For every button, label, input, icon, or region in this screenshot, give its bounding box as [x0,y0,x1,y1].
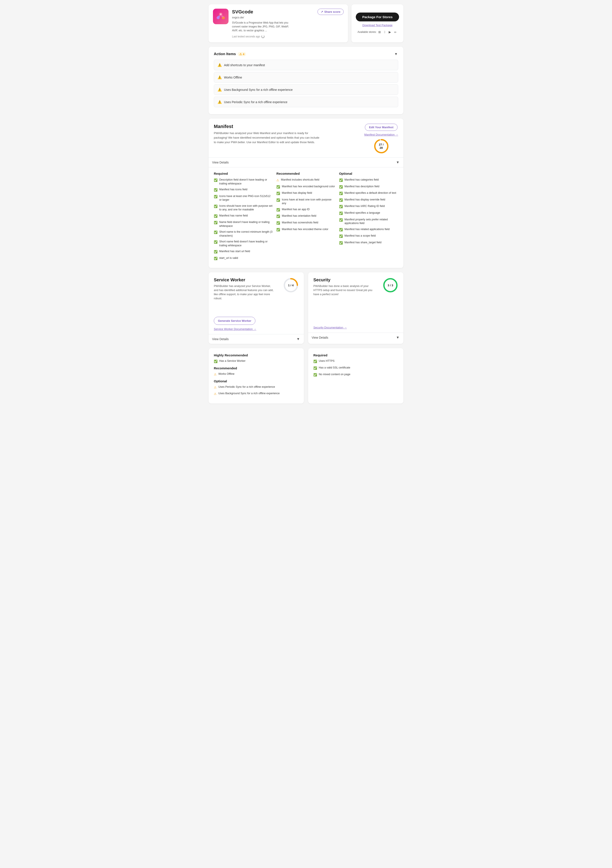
check-icon: ✅ [339,234,343,239]
security-view-details-label: View Details [312,336,328,339]
app-name: SVGcode [232,9,253,15]
sw-details-chevron[interactable]: ▼ [296,337,300,341]
warn-icon: ⚠ [214,392,217,396]
check-icon: ✅ [339,205,343,209]
manifest-card: Manifest PWABuilder has analyzed your We… [209,118,403,268]
download-test-link[interactable]: Download Test Package [362,23,392,27]
detail-item: ✅Manifest has categories field [339,178,398,183]
check-icon: ✅ [276,228,280,232]
security-detail-card: Required ✅Uses HTTPS ✅Has a valid SSL ce… [308,348,403,403]
optional-col: Optional ✅Manifest has categories field … [339,172,398,263]
security-score-circle: 3 / 3 [383,277,398,293]
detail-item: ⚠Uses Background Sync for a rich offline… [214,392,299,396]
detail-item: ✅Manifest has hex encoded theme color [276,228,336,232]
detail-item: ✅Manifest has orientation field [276,214,336,219]
package-for-stores-button[interactable]: Package For Stores [356,12,399,22]
action-items-list: ⚠️ Add shortcuts to your manifest ⚠️ Wor… [214,60,398,107]
app-description: SVGcode is a Progressive Web App that le… [232,21,293,33]
action-item: ⚠️ Uses Background Sync for a rich offli… [214,84,398,95]
detail-item: ✅Manifest has an app ID [276,208,336,212]
detail-item: ✅Manifest has share_target field [339,241,398,245]
sw-info: Service Worker PWABuilder has analyzed y… [214,277,274,301]
detail-item: ✅Manifest specifies a default direction … [339,191,398,196]
manifest-details-grid: Required ✅Description field doesn't have… [214,172,398,263]
apple-store-icon:  [383,30,387,34]
detail-item: ✅No mixed content on page [313,373,398,377]
security-documentation-link[interactable]: Security Documentation → [313,326,347,329]
detail-item: ✅Manifest has IARC Rating ID field [339,205,398,209]
sw-view-details-bar[interactable]: View Details ▼ [209,334,304,344]
security-info: Security PWABuilder has done a basic ana… [313,277,374,296]
check-icon: ✅ [313,360,317,364]
security-score-text: 3 / 3 [388,284,393,287]
sw-recommended-title: Recommended [214,366,299,370]
check-icon: ✅ [214,214,217,219]
check-icon: ✅ [313,366,317,370]
check-icon: ✅ [214,230,217,235]
check-icon: ✅ [339,178,343,183]
detail-item: ✅Manifest has hex encoded background col… [276,184,336,189]
check-icon: ✅ [276,208,280,212]
warn-icon: ⚠ [276,178,279,183]
security-details-chevron[interactable]: ▼ [396,335,400,340]
warning-icon: ⚠️ [217,75,222,79]
optional-title: Optional [339,172,398,175]
manifest-score-text: 27 / 28 [377,143,385,149]
manifest-info: Manifest PWABuilder has analyzed your We… [214,124,322,144]
check-icon: ✅ [339,211,343,215]
app-info-card: SVGcode ↗ Share score svgco.de/ SVGcode … [209,4,348,42]
check-icon: ✅ [214,188,217,192]
detail-item: ⚠Uses Periodic Sync for a rich offline e… [214,385,299,390]
check-icon: ✅ [214,178,217,183]
check-icon: ✅ [339,228,343,232]
generate-service-worker-button[interactable]: Generate Service Worker [214,317,255,325]
sw-optional-title: Optional [214,379,299,383]
android-store-icon: ▶ [388,30,392,34]
share-icon: ↗ [321,10,323,13]
security-view-details-bar[interactable]: View Details ▼ [308,333,403,342]
share-score-button[interactable]: ↗ Share score [317,9,344,15]
check-icon: ✅ [339,218,343,222]
app-details: SVGcode ↗ Share score svgco.de/ SVGcode … [232,9,344,38]
action-items-title: Action Items [214,52,236,56]
warning-icon: ⚠️ [217,100,222,104]
last-tested: Last tested seconds ago [232,35,344,38]
manifest-right: Edit Your Manifest Manifest Documentatio… [364,124,398,154]
detail-item: ✅Has a Service Worker [214,359,299,364]
bottom-sections-row: Service Worker PWABuilder has analyzed y… [209,272,403,344]
app-icon [213,9,228,24]
detail-item: ✅Has a valid SSL certificate [313,366,398,370]
recommended-title: Recommended [276,172,336,175]
detail-item: ✅Manifest has start url field [214,250,273,254]
manifest-details-chevron[interactable]: ▼ [396,160,400,164]
svg-point-3 [220,13,222,15]
detail-item: ✅Manifest specifies a language [339,211,398,215]
edit-manifest-button[interactable]: Edit Your Manifest [365,124,398,131]
manifest-documentation-link[interactable]: Manifest Documentation → [364,133,398,136]
refresh-icon[interactable] [261,35,264,38]
windows-store-icon: ⊞ [377,30,382,34]
sw-view-details-label: View Details [212,337,229,341]
detail-item: ✅Manifest has screenshots field [276,221,336,225]
meta-store-icon: ∞ [393,30,397,34]
detail-item: ✅Icons have at least one icon with purpo… [276,198,336,205]
detail-item: ✅Manifest has a scope field [339,234,398,239]
action-item: ⚠️ Uses Periodic Sync for a rich offline… [214,97,398,107]
manifest-title: Manifest [214,124,322,129]
action-item: ⚠️ Add shortcuts to your manifest [214,60,398,70]
detail-item: ✅Icons have at least one PNG icon 512x51… [214,194,273,202]
sw-detail-card: Highly Recommended ✅Has a Service Worker… [209,348,304,403]
manifest-view-details-bar[interactable]: View Details ▼ [209,157,403,167]
available-stores: Available stores: ⊞  ▶ ∞ [357,30,397,34]
check-icon: ✅ [214,240,217,244]
warn-icon: ⚠ [214,372,217,377]
sw-documentation-link[interactable]: Service Worker Documentation → [214,327,299,331]
check-icon: ✅ [214,220,217,225]
detail-item: ✅Short name is the correct minimum lengt… [214,230,273,238]
security-card: Security PWABuilder has done a basic ana… [308,272,403,344]
detail-item: ✅Manifest has icons field [214,188,273,192]
check-icon: ✅ [214,360,217,364]
detail-item: ⚠Manifest includes shortcuts field [276,178,336,183]
detail-item: ✅Short name field doesn't have leading o… [214,240,273,247]
action-items-chevron[interactable]: ▼ [394,52,398,56]
